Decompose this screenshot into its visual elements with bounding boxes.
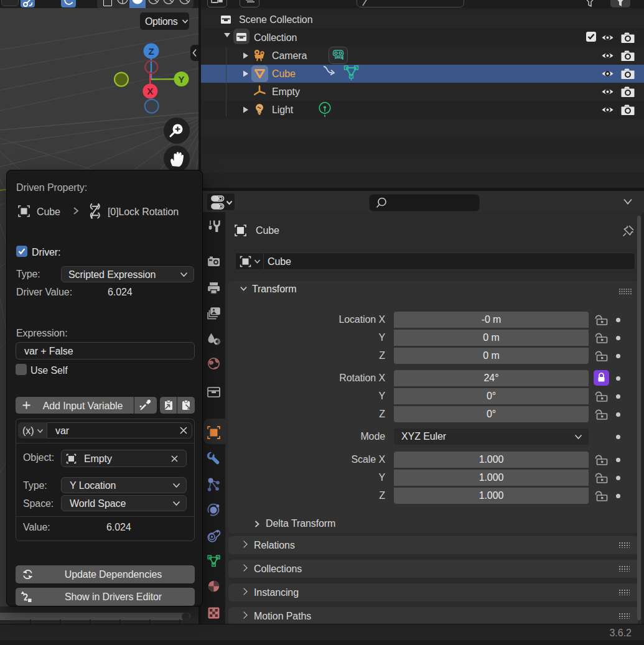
svg-text:Z: Z <box>148 46 154 57</box>
svg-text:X: X <box>147 86 153 96</box>
svg-text:Y: Y <box>178 74 184 85</box>
